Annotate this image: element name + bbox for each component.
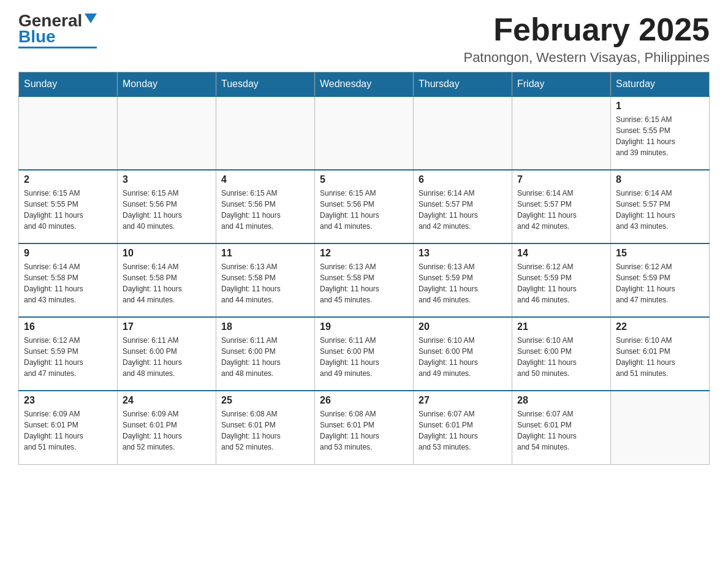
- calendar-week-row-3: 9Sunrise: 6:14 AMSunset: 5:58 PMDaylight…: [19, 243, 710, 317]
- calendar-cell: 5Sunrise: 6:15 AMSunset: 5:56 PMDaylight…: [315, 170, 414, 243]
- day-info: Sunrise: 6:13 AMSunset: 5:59 PMDaylight:…: [419, 261, 507, 305]
- day-info: Sunrise: 6:12 AMSunset: 5:59 PMDaylight:…: [616, 261, 704, 305]
- day-info: Sunrise: 6:15 AMSunset: 5:56 PMDaylight:…: [123, 188, 211, 232]
- calendar-cell: 2Sunrise: 6:15 AMSunset: 5:55 PMDaylight…: [19, 170, 118, 243]
- day-info: Sunrise: 6:12 AMSunset: 5:59 PMDaylight:…: [517, 261, 605, 305]
- col-tuesday: Tuesday: [216, 72, 315, 97]
- day-info: Sunrise: 6:07 AMSunset: 6:01 PMDaylight:…: [419, 408, 507, 453]
- day-number: 28: [517, 395, 605, 406]
- calendar-cell: 26Sunrise: 6:08 AMSunset: 6:01 PMDayligh…: [315, 391, 414, 464]
- calendar-cell: 9Sunrise: 6:14 AMSunset: 5:58 PMDaylight…: [19, 243, 118, 317]
- day-number: 23: [24, 395, 112, 406]
- calendar-cell: 20Sunrise: 6:10 AMSunset: 6:00 PMDayligh…: [414, 317, 512, 391]
- calendar-cell: 3Sunrise: 6:15 AMSunset: 5:56 PMDaylight…: [118, 170, 216, 243]
- title-section: February 2025 Patnongon, Western Visayas…: [463, 12, 710, 66]
- day-number: 6: [419, 174, 507, 185]
- day-number: 27: [419, 395, 507, 406]
- col-thursday: Thursday: [414, 72, 512, 97]
- day-info: Sunrise: 6:08 AMSunset: 6:01 PMDaylight:…: [221, 408, 309, 453]
- day-number: 20: [419, 321, 507, 332]
- day-info: Sunrise: 6:10 AMSunset: 6:01 PMDaylight:…: [616, 335, 704, 379]
- day-info: Sunrise: 6:08 AMSunset: 6:01 PMDaylight:…: [320, 408, 408, 453]
- logo-triangle-icon: [85, 13, 97, 23]
- day-number: 11: [221, 248, 309, 259]
- calendar-cell: [512, 96, 611, 170]
- calendar-cell: [315, 96, 414, 170]
- calendar-cell: 10Sunrise: 6:14 AMSunset: 5:58 PMDayligh…: [118, 243, 216, 317]
- day-info: Sunrise: 6:14 AMSunset: 5:57 PMDaylight:…: [616, 188, 704, 232]
- day-info: Sunrise: 6:15 AMSunset: 5:55 PMDaylight:…: [24, 188, 112, 232]
- col-monday: Monday: [118, 72, 216, 97]
- calendar-week-row-5: 23Sunrise: 6:09 AMSunset: 6:01 PMDayligh…: [19, 391, 710, 464]
- calendar-header-row: Sunday Monday Tuesday Wednesday Thursday…: [19, 72, 710, 97]
- day-number: 19: [320, 321, 408, 332]
- day-info: Sunrise: 6:15 AMSunset: 5:56 PMDaylight:…: [221, 188, 309, 232]
- day-info: Sunrise: 6:13 AMSunset: 5:58 PMDaylight:…: [320, 261, 408, 305]
- calendar-cell: 14Sunrise: 6:12 AMSunset: 5:59 PMDayligh…: [512, 243, 611, 317]
- day-info: Sunrise: 6:11 AMSunset: 6:00 PMDaylight:…: [123, 335, 211, 379]
- calendar-cell: 21Sunrise: 6:10 AMSunset: 6:00 PMDayligh…: [512, 317, 611, 391]
- calendar-cell: 8Sunrise: 6:14 AMSunset: 5:57 PMDaylight…: [611, 170, 710, 243]
- page-header: General Blue February 2025 Patnongon, We…: [18, 12, 710, 66]
- day-info: Sunrise: 6:09 AMSunset: 6:01 PMDaylight:…: [123, 408, 211, 453]
- calendar-cell: 23Sunrise: 6:09 AMSunset: 6:01 PMDayligh…: [19, 391, 118, 464]
- calendar-table: Sunday Monday Tuesday Wednesday Thursday…: [18, 72, 710, 465]
- day-info: Sunrise: 6:15 AMSunset: 5:55 PMDaylight:…: [616, 114, 704, 158]
- calendar-cell: 6Sunrise: 6:14 AMSunset: 5:57 PMDaylight…: [414, 170, 512, 243]
- day-number: 22: [616, 321, 704, 332]
- day-number: 16: [24, 321, 112, 332]
- day-number: 10: [123, 248, 211, 259]
- day-info: Sunrise: 6:11 AMSunset: 6:00 PMDaylight:…: [221, 335, 309, 379]
- calendar-cell: [216, 96, 315, 170]
- day-info: Sunrise: 6:15 AMSunset: 5:56 PMDaylight:…: [320, 188, 408, 232]
- col-sunday: Sunday: [19, 72, 118, 97]
- calendar-cell: 24Sunrise: 6:09 AMSunset: 6:01 PMDayligh…: [118, 391, 216, 464]
- day-info: Sunrise: 6:07 AMSunset: 6:01 PMDaylight:…: [517, 408, 605, 453]
- calendar-cell: 13Sunrise: 6:13 AMSunset: 5:59 PMDayligh…: [414, 243, 512, 317]
- calendar-cell: 22Sunrise: 6:10 AMSunset: 6:01 PMDayligh…: [611, 317, 710, 391]
- location-title: Patnongon, Western Visayas, Philippines: [463, 50, 710, 66]
- col-saturday: Saturday: [611, 72, 710, 97]
- day-info: Sunrise: 6:13 AMSunset: 5:58 PMDaylight:…: [221, 261, 309, 305]
- calendar-cell: 17Sunrise: 6:11 AMSunset: 6:00 PMDayligh…: [118, 317, 216, 391]
- calendar-week-row-1: 1Sunrise: 6:15 AMSunset: 5:55 PMDaylight…: [19, 96, 710, 170]
- day-number: 4: [221, 174, 309, 185]
- calendar-cell: [611, 391, 710, 464]
- day-number: 3: [123, 174, 211, 185]
- day-number: 17: [123, 321, 211, 332]
- day-info: Sunrise: 6:14 AMSunset: 5:57 PMDaylight:…: [419, 188, 507, 232]
- calendar-cell: 28Sunrise: 6:07 AMSunset: 6:01 PMDayligh…: [512, 391, 611, 464]
- day-number: 21: [517, 321, 605, 332]
- day-info: Sunrise: 6:12 AMSunset: 5:59 PMDaylight:…: [24, 335, 112, 379]
- calendar-week-row-4: 16Sunrise: 6:12 AMSunset: 5:59 PMDayligh…: [19, 317, 710, 391]
- calendar-cell: 1Sunrise: 6:15 AMSunset: 5:55 PMDaylight…: [611, 96, 710, 170]
- day-number: 18: [221, 321, 309, 332]
- day-number: 25: [221, 395, 309, 406]
- day-info: Sunrise: 6:10 AMSunset: 6:00 PMDaylight:…: [419, 335, 507, 379]
- logo-blue: Blue: [18, 28, 56, 45]
- calendar-cell: 4Sunrise: 6:15 AMSunset: 5:56 PMDaylight…: [216, 170, 315, 243]
- calendar-cell: [414, 96, 512, 170]
- day-number: 26: [320, 395, 408, 406]
- svg-marker-0: [85, 13, 97, 23]
- day-number: 24: [123, 395, 211, 406]
- col-friday: Friday: [512, 72, 611, 97]
- calendar-cell: [19, 96, 118, 170]
- calendar-cell: 15Sunrise: 6:12 AMSunset: 5:59 PMDayligh…: [611, 243, 710, 317]
- calendar-cell: 11Sunrise: 6:13 AMSunset: 5:58 PMDayligh…: [216, 243, 315, 317]
- calendar-cell: 16Sunrise: 6:12 AMSunset: 5:59 PMDayligh…: [19, 317, 118, 391]
- calendar-cell: 25Sunrise: 6:08 AMSunset: 6:01 PMDayligh…: [216, 391, 315, 464]
- logo-underline: [18, 47, 97, 48]
- day-info: Sunrise: 6:14 AMSunset: 5:58 PMDaylight:…: [24, 261, 112, 305]
- day-number: 2: [24, 174, 112, 185]
- day-number: 5: [320, 174, 408, 185]
- day-info: Sunrise: 6:14 AMSunset: 5:58 PMDaylight:…: [123, 261, 211, 305]
- col-wednesday: Wednesday: [315, 72, 414, 97]
- day-number: 12: [320, 248, 408, 259]
- calendar-cell: [118, 96, 216, 170]
- day-info: Sunrise: 6:11 AMSunset: 6:00 PMDaylight:…: [320, 335, 408, 379]
- calendar-cell: 7Sunrise: 6:14 AMSunset: 5:57 PMDaylight…: [512, 170, 611, 243]
- month-title: February 2025: [463, 12, 710, 47]
- day-info: Sunrise: 6:10 AMSunset: 6:00 PMDaylight:…: [517, 335, 605, 379]
- calendar-cell: 12Sunrise: 6:13 AMSunset: 5:58 PMDayligh…: [315, 243, 414, 317]
